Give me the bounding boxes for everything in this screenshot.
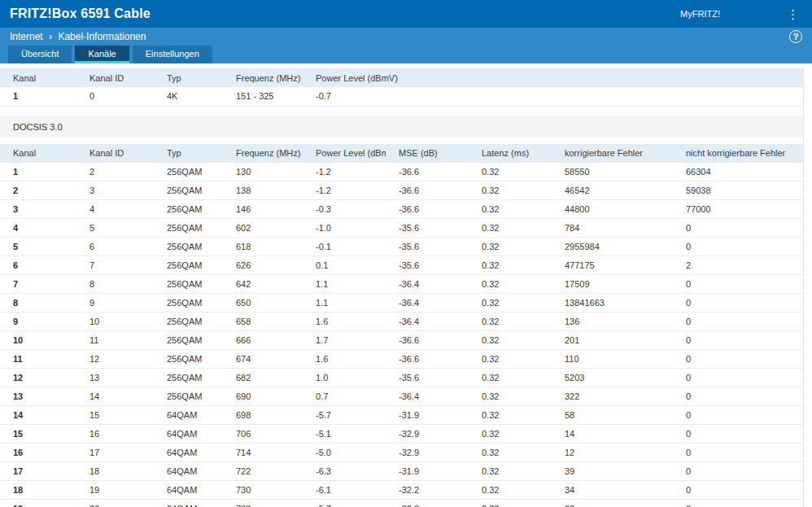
table-cell: -0.3 <box>303 200 386 219</box>
table-row: 12256QAM130-1.2-36.60.325855066304 <box>0 163 803 181</box>
table-cell: 66304 <box>673 163 803 181</box>
table-row: 141564QAM698-5.7-31.90.32580 <box>0 406 803 425</box>
table-cell: -35.6 <box>386 256 469 275</box>
kebab-menu-icon[interactable]: ⋮ <box>784 8 802 20</box>
breadcrumb-separator-icon: › <box>49 31 52 42</box>
table-cell: 3 <box>76 181 154 200</box>
table-cell: -5.7 <box>303 406 386 425</box>
table-cell: 0.32 <box>469 406 552 425</box>
table-cell: 256QAM <box>154 238 223 256</box>
column-header: Power Level (dBmV) <box>303 68 803 87</box>
table-cell: 13 <box>0 387 76 406</box>
table-cell: -32.9 <box>386 425 469 444</box>
table-cell: 16 <box>76 425 154 444</box>
table-cell: 138 <box>223 181 303 200</box>
tab-kanaele[interactable]: Kanäle <box>75 46 129 63</box>
table-cell: 14 <box>552 425 673 444</box>
table-cell: 0.32 <box>469 444 552 462</box>
column-header: Typ <box>154 68 223 87</box>
table-cell: 15 <box>76 406 154 425</box>
table-cell: 0 <box>673 331 803 350</box>
table-row: 78256QAM6421.1-36.40.32175090 <box>0 275 803 294</box>
table-cell: 5203 <box>552 369 673 387</box>
table-cell: 19 <box>76 481 154 500</box>
column-header: korrigierbare Fehler <box>552 144 673 163</box>
table-cell: 20 <box>552 500 673 507</box>
column-header: MSE (dB) <box>386 144 469 163</box>
table-row: 151664QAM706-5.1-32.90.32140 <box>0 425 803 444</box>
table-cell: -1.2 <box>303 181 386 200</box>
myfritz-link[interactable]: MyFRITZ! <box>680 9 720 19</box>
table-cell: 602 <box>223 219 303 238</box>
table-cell: 256QAM <box>154 200 223 219</box>
table-cell: 34 <box>552 481 673 500</box>
table-row: 1314256QAM6900.7-36.40.323220 <box>0 387 803 406</box>
table-header-row: Kanal Kanal ID Typ Frequenz (MHz) Power … <box>0 144 803 163</box>
table-cell: 626 <box>223 256 303 275</box>
table-cell: 0 <box>673 294 803 313</box>
table-row: 171864QAM722-6.3-31.90.32390 <box>0 462 803 481</box>
table-cell: 0.32 <box>469 500 552 507</box>
table-cell: 1.0 <box>303 369 386 387</box>
table-cell: -35.6 <box>386 369 469 387</box>
table-cell: 0 <box>673 425 803 444</box>
table-cell: 16 <box>0 444 76 462</box>
table-cell: 9 <box>0 313 76 331</box>
table-cell: 0 <box>673 481 803 500</box>
table-cell: 64QAM <box>154 500 223 507</box>
table-cell: 15 <box>0 425 76 444</box>
table-cell: 110 <box>552 350 673 369</box>
table-cell: 0 <box>673 387 803 406</box>
table-cell: 8 <box>76 275 154 294</box>
table-row: 1112256QAM6741.6-36.60.321100 <box>0 350 803 369</box>
table-cell: 77000 <box>673 200 803 219</box>
table-cell: 8 <box>0 294 76 313</box>
table-cell: 706 <box>223 425 303 444</box>
tab-uebersicht[interactable]: Übersicht <box>8 46 72 63</box>
table-cell: 146 <box>223 200 303 219</box>
table-cell: -5.0 <box>303 444 386 462</box>
table-cell: 9 <box>76 294 154 313</box>
table-cell: 256QAM <box>154 387 223 406</box>
table-cell: 784 <box>552 219 673 238</box>
table-cell: 650 <box>223 294 303 313</box>
table-row: 192064QAM738-5.7-32.30.32200 <box>0 500 803 507</box>
table-cell: 4 <box>0 219 76 238</box>
table-cell: 618 <box>223 238 303 256</box>
table-cell: -31.9 <box>386 462 469 481</box>
table-cell: 256QAM <box>154 331 223 350</box>
table-cell: -36.6 <box>386 331 469 350</box>
table-cell: -6.3 <box>303 462 386 481</box>
table-cell: 59038 <box>673 181 803 200</box>
table-cell: 14 <box>0 406 76 425</box>
tab-einstellungen[interactable]: Einstellungen <box>133 46 212 63</box>
table-cell: 256QAM <box>154 350 223 369</box>
table-cell: 7 <box>0 275 76 294</box>
table-cell: 0.32 <box>469 181 552 200</box>
table-cell: 64QAM <box>154 425 223 444</box>
table-cell: 4K <box>154 87 223 106</box>
table-cell: 0.32 <box>469 387 552 406</box>
table-cell: 18 <box>76 462 154 481</box>
table-cell: 738 <box>223 500 303 507</box>
table-cell: 11 <box>0 350 76 369</box>
table-cell: 0.32 <box>469 481 552 500</box>
table-cell: 17509 <box>552 275 673 294</box>
breadcrumb-bar: Internet › Kabel-Informationen ? <box>0 28 812 46</box>
table-cell: 690 <box>223 387 303 406</box>
table-cell: 12 <box>0 369 76 387</box>
fritzbox-app: FRITZ!Box 6591 Cable MyFRITZ! ⋮ Internet… <box>0 0 812 507</box>
table-cell: 12 <box>76 350 154 369</box>
table-cell: 64QAM <box>154 444 223 462</box>
table-header-row: Kanal Kanal ID Typ Frequenz (MHz) Power … <box>0 68 803 87</box>
table-row: 910256QAM6581.6-36.40.321360 <box>0 313 803 331</box>
table-cell: 256QAM <box>154 313 223 331</box>
help-icon[interactable]: ? <box>789 30 802 43</box>
table-cell: 0.32 <box>469 275 552 294</box>
table-cell: 256QAM <box>154 369 223 387</box>
breadcrumb-section[interactable]: Internet <box>10 31 43 42</box>
table-cell: 0.32 <box>469 369 552 387</box>
table-cell: 0 <box>673 500 803 507</box>
table-cell: 13841663 <box>552 294 673 313</box>
table-cell: 256QAM <box>154 219 223 238</box>
